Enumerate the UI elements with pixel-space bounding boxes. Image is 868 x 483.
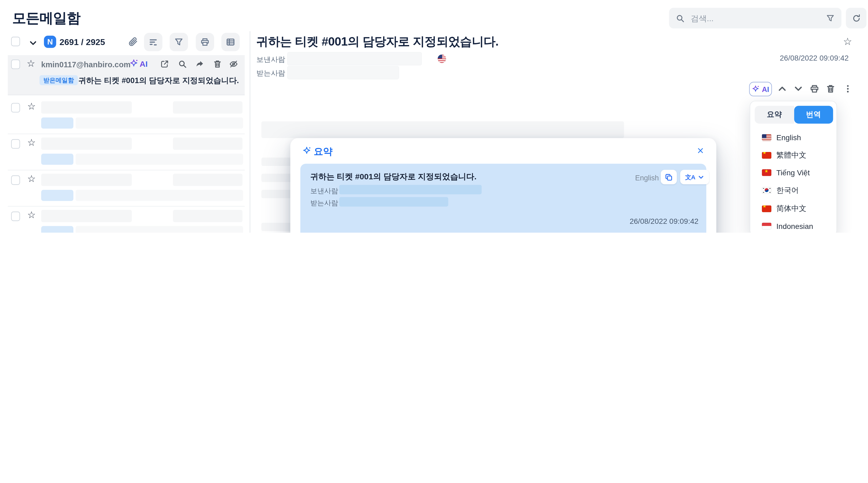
more-options-icon[interactable]: [843, 84, 852, 93]
summary-from-redacted: [339, 185, 482, 194]
sender-redacted: [41, 210, 132, 222]
close-icon[interactable]: [697, 147, 704, 154]
search-icon: [676, 14, 685, 23]
badge-redacted: [41, 117, 73, 129]
star-icon[interactable]: ☆: [27, 138, 36, 147]
selected-mail-item[interactable]: ☆ kmin0117@hanbiro.com AI 받은메일함 귀하는 티켓 #…: [8, 55, 245, 95]
language-item[interactable]: 한국어: [750, 181, 836, 199]
to-redacted: [287, 66, 399, 79]
print-list-button[interactable]: [196, 33, 214, 52]
sort-button[interactable]: [144, 33, 162, 52]
trash-icon[interactable]: [213, 59, 222, 68]
language-list: English繁體中文Tiếng Việt한국어简体中文Indonesian: [750, 129, 836, 233]
page-title: 모든메일함: [12, 9, 80, 27]
table-icon: [226, 37, 235, 47]
summary-from-label: 보낸사람 :: [310, 187, 342, 196]
summary-date: 26/08/2022 09:09:42: [630, 217, 699, 225]
summary-panel: 귀하는 티켓 #001의 담당자로 지정되었습니다. English 文A 보낸…: [301, 164, 706, 233]
subject-redacted: [75, 190, 243, 201]
sender-redacted: [41, 138, 132, 150]
printer-icon: [200, 37, 210, 47]
next-mail-icon[interactable]: [794, 84, 803, 93]
open-new-window-icon[interactable]: [160, 59, 169, 68]
refresh-button[interactable]: [846, 8, 866, 28]
summary-modal: 요약 귀하는 티켓 #001의 담당자로 지정되었습니다. English 文A…: [290, 138, 716, 233]
star-icon[interactable]: ☆: [27, 59, 35, 68]
mail-list-item[interactable]: ☆: [8, 134, 245, 170]
ai-tabs: 요약번역: [755, 106, 833, 123]
panel-divider: [250, 31, 250, 233]
mail-date: 26/08/2022 09:09:42: [780, 54, 848, 62]
language-item[interactable]: 简体中文: [750, 199, 836, 218]
subject-redacted: [75, 153, 243, 165]
new-mail-badge: N: [44, 36, 56, 48]
us-flag-icon: [762, 134, 771, 141]
us-flag-icon: [438, 55, 446, 63]
star-icon[interactable]: ☆: [27, 174, 36, 183]
language-item[interactable]: Tiếng Việt: [750, 164, 836, 181]
date-redacted: [173, 210, 243, 222]
badge-redacted: [41, 190, 73, 201]
sparkle-icon: [303, 146, 311, 155]
folder-badge: 받은메일함: [39, 75, 78, 85]
ai-dropdown-panel: 요약번역 English繁體中文Tiếng Việt한국어简体中文Indones…: [750, 101, 837, 233]
sparkle-ai-icon[interactable]: [130, 59, 138, 68]
cn-flag-icon: [762, 152, 771, 159]
select-dropdown-icon[interactable]: [29, 39, 37, 47]
vn-flag-icon: [762, 169, 771, 176]
ai-button[interactable]: AI: [749, 82, 772, 96]
prev-mail-icon[interactable]: [777, 84, 787, 93]
mail-list-item[interactable]: ☆: [8, 206, 245, 233]
language-label: Tiếng Việt: [776, 168, 810, 177]
language-label: 한국어: [776, 185, 799, 195]
language-label: English: [776, 133, 801, 142]
summary-language: English: [635, 174, 659, 182]
search-mail-icon[interactable]: [178, 59, 187, 68]
mail-list-item[interactable]: ☆: [8, 170, 245, 207]
modal-title: 요약: [314, 145, 333, 158]
item-checkbox[interactable]: [11, 103, 20, 112]
copy-button[interactable]: [661, 170, 677, 184]
filter-button[interactable]: [170, 33, 188, 52]
translate-select[interactable]: 文A: [680, 170, 709, 184]
ai-tab-0[interactable]: 요약: [755, 106, 794, 123]
refresh-icon: [852, 14, 861, 23]
language-item[interactable]: English: [750, 129, 836, 146]
print-icon[interactable]: [810, 84, 819, 93]
delete-icon[interactable]: [826, 84, 835, 93]
list-view-button[interactable]: [221, 33, 240, 52]
badge-redacted: [41, 153, 73, 165]
language-item[interactable]: 繁體中文: [750, 146, 836, 164]
from-redacted: [287, 52, 422, 65]
ai-label: AI: [762, 85, 769, 93]
funnel-icon: [174, 37, 183, 47]
sender-email[interactable]: kmin0117@hanbiro.com: [41, 60, 131, 69]
summary-to-label: 받는사람 :: [310, 199, 342, 208]
badge-redacted: [41, 226, 73, 233]
ai-label[interactable]: AI: [140, 59, 148, 68]
cn-flag-icon: [762, 205, 771, 212]
select-all-checkbox[interactable]: [11, 37, 20, 46]
search-box[interactable]: [669, 8, 841, 28]
star-icon[interactable]: ☆: [27, 102, 36, 111]
mail-subject-preview[interactable]: 귀하는 티켓 #001의 담당자로 지정되었습니다.: [79, 76, 239, 86]
subject-redacted: [75, 117, 243, 129]
language-item[interactable]: Indonesian: [750, 218, 836, 233]
item-checkbox[interactable]: [11, 175, 20, 185]
language-label: 简体中文: [776, 203, 806, 214]
favorite-star-icon[interactable]: ☆: [843, 37, 852, 47]
attachment-filter-icon[interactable]: [128, 37, 138, 47]
forward-icon[interactable]: [195, 59, 204, 68]
mark-unread-icon[interactable]: [229, 59, 238, 68]
star-icon[interactable]: ☆: [27, 210, 36, 220]
language-label: 繁體中文: [776, 150, 806, 160]
app-window: 모든메일함 N 2691 / 2925: [0, 0, 868, 233]
item-checkbox[interactable]: [11, 139, 20, 148]
item-checkbox[interactable]: [11, 211, 20, 221]
ai-tab-1[interactable]: 번역: [794, 106, 833, 123]
search-input[interactable]: [690, 13, 826, 23]
mail-list-item[interactable]: ☆: [8, 97, 245, 134]
item-checkbox[interactable]: [11, 59, 20, 69]
mail-count: 2691 / 2925: [59, 37, 105, 47]
search-filter-icon[interactable]: [826, 14, 835, 23]
